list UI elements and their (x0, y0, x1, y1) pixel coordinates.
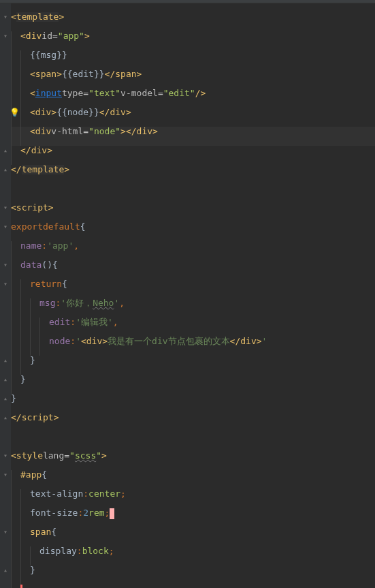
code-line[interactable]: <input type="text" v-model="edit"/> (11, 89, 375, 108)
fold-icon[interactable] (0, 31, 11, 50)
code-line[interactable]: text-align: center; (11, 489, 375, 508)
code-line[interactable]: return { (11, 279, 375, 298)
fold-icon[interactable] (0, 260, 11, 279)
code-line[interactable]: data () { (11, 260, 375, 279)
code-line[interactable]: <style lang="scss"> (11, 451, 375, 470)
code-line[interactable]: </script> (11, 413, 375, 432)
fold-icon[interactable] (0, 375, 11, 394)
code-line[interactable]: 💡<div>{{node}}</div> (11, 108, 375, 127)
fold-line (0, 318, 11, 337)
code-line[interactable]: <div id="app"> (11, 31, 375, 50)
fold-line (0, 546, 11, 566)
fold-line (0, 241, 11, 260)
code-line[interactable]: span{ (11, 527, 375, 546)
code-line[interactable]: font-size: 2rem; (11, 508, 375, 527)
code-line[interactable]: } (11, 356, 375, 375)
fold-line (0, 184, 11, 203)
code-line[interactable]: name: 'app', (11, 241, 375, 260)
blank-line[interactable] (11, 432, 375, 451)
code-line[interactable]: <script> (11, 203, 375, 222)
fold-line (0, 337, 11, 356)
code-line[interactable]: <template> (11, 12, 375, 31)
code-line[interactable]: export default { (11, 222, 375, 241)
code-line[interactable]: edit:'编辑我', (11, 318, 375, 337)
fold-icon[interactable] (0, 451, 11, 470)
code-line[interactable]: {{msg}} (11, 50, 375, 69)
code-line[interactable]: } (11, 566, 375, 585)
code-line[interactable]: </div> (11, 146, 375, 165)
fold-icon[interactable] (0, 203, 11, 222)
fold-icon[interactable] (0, 12, 11, 31)
code-line[interactable] (11, 585, 375, 588)
fold-icon[interactable] (0, 566, 11, 585)
code-line[interactable]: #app{ (11, 470, 375, 489)
lightbulb-icon[interactable]: 💡 (10, 108, 20, 117)
code-content[interactable]: <template> <div id="app"> {{msg}} <span>… (11, 3, 375, 588)
fold-icon[interactable] (0, 413, 11, 432)
fold-icon[interactable] (0, 165, 11, 184)
fold-line (0, 508, 11, 527)
fold-icon[interactable] (0, 527, 11, 546)
gutter[interactable] (0, 3, 11, 588)
code-line[interactable]: display: block; (11, 546, 375, 566)
code-line[interactable]: <div v-html="node"></div> (11, 127, 375, 146)
fold-icon[interactable] (0, 394, 11, 413)
code-line[interactable]: </template> (11, 165, 375, 184)
blank-line[interactable] (11, 184, 375, 203)
fold-line (0, 50, 11, 69)
fold-line (0, 432, 11, 451)
fold-icon[interactable] (0, 222, 11, 241)
fold-line (0, 298, 11, 318)
fold-line (0, 127, 11, 146)
fold-icon[interactable] (0, 279, 11, 298)
fold-line (0, 489, 11, 508)
code-line[interactable]: <span>{{edit}}</span> (11, 69, 375, 89)
fold-icon[interactable] (0, 356, 11, 375)
code-line[interactable]: node:'<div>我是有一个div节点包裹的文本</div>' (11, 337, 375, 356)
cursor (110, 508, 114, 519)
fold-icon[interactable] (0, 470, 11, 489)
code-line[interactable]: } (11, 394, 375, 413)
code-line[interactable]: msg: '你好，Neho', (11, 298, 375, 318)
fold-icon[interactable] (0, 146, 11, 165)
error-marker (20, 585, 22, 588)
fold-line (0, 89, 11, 108)
fold-line (0, 69, 11, 89)
code-line[interactable]: } (11, 375, 375, 394)
fold-icon[interactable] (0, 585, 11, 588)
code-editor[interactable]: <template> <div id="app"> {{msg}} <span>… (0, 3, 375, 588)
